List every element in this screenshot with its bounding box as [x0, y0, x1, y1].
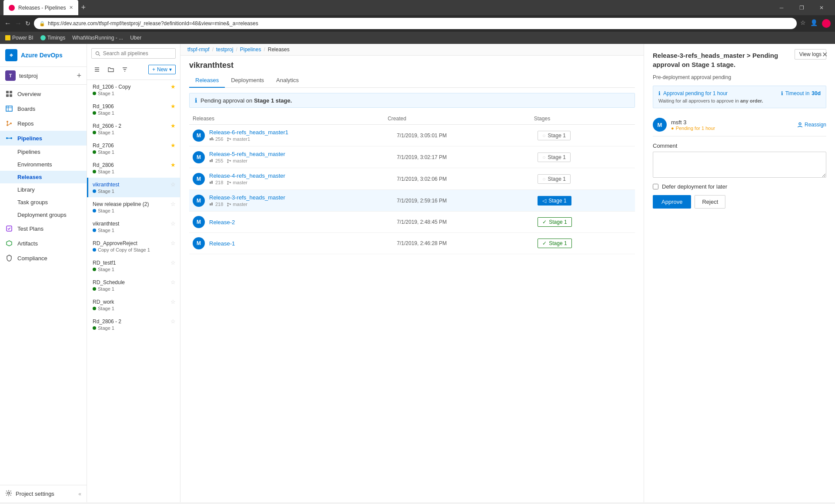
release-name-4[interactable]: Release-2: [209, 219, 397, 225]
nav-back-btn[interactable]: ←: [4, 20, 11, 27]
star-icon-4[interactable]: ★: [170, 162, 176, 168]
star-icon-7[interactable]: ☆: [170, 220, 176, 227]
tab-deployments[interactable]: Deployments: [225, 73, 270, 88]
bookmark-timings[interactable]: Timings: [40, 35, 66, 41]
sidebar-project[interactable]: T testproj +: [0, 67, 87, 85]
browser-tab[interactable]: Releases - Pipelines ✕: [3, 0, 78, 15]
sidebar-item-test-plans[interactable]: Test Plans: [0, 221, 87, 236]
pipeline-item-9[interactable]: RD_testf1 ☆ Stage 1: [87, 256, 180, 275]
sidebar-sub-task-groups[interactable]: Task groups: [0, 196, 87, 209]
pipeline-item-2[interactable]: Rd_2606 - 2 ★ Stage 1: [87, 119, 180, 139]
release-stage-5[interactable]: ✓ Stage 1: [538, 239, 631, 248]
search-box[interactable]: [91, 48, 176, 59]
sidebar-sub-library[interactable]: Library: [0, 183, 87, 196]
approve-btn[interactable]: Approve: [653, 195, 691, 209]
release-name-5[interactable]: Release-1: [209, 240, 397, 247]
pipeline-item-11[interactable]: RD_work ☆ Stage 1: [87, 295, 180, 315]
sidebar-item-pipelines[interactable]: Pipelines: [0, 131, 87, 146]
release-name-1[interactable]: Release-5-refs_heads_master: [209, 151, 397, 157]
new-pipeline-btn[interactable]: + New ▾: [148, 65, 176, 74]
release-stage-1[interactable]: ○ Stage 1: [538, 153, 631, 162]
nav-refresh-btn[interactable]: ↻: [25, 20, 30, 27]
sidebar-sub-deployment-groups[interactable]: Deployment groups: [0, 209, 87, 221]
list-view-btn[interactable]: [91, 64, 103, 75]
tab-analytics[interactable]: Analytics: [270, 73, 305, 88]
pipeline-item-4[interactable]: Rd_2806 ★ Stage 1: [87, 158, 180, 178]
svg-point-29: [227, 140, 229, 141]
defer-checkbox[interactable]: [653, 184, 658, 189]
star-icon-0[interactable]: ★: [170, 83, 176, 90]
star-icon-1[interactable]: ★: [170, 103, 176, 109]
stage-badge-2[interactable]: ○ Stage 1: [538, 174, 571, 184]
star-icon-9[interactable]: ☆: [170, 259, 176, 266]
new-tab-icon[interactable]: +: [81, 3, 86, 12]
add-project-icon[interactable]: +: [77, 72, 81, 80]
star-icon-3[interactable]: ★: [170, 142, 176, 149]
pipeline-item-7[interactable]: vikranthtest ☆ Stage 1: [87, 217, 180, 236]
sidebar-sub-pipelines[interactable]: Pipelines: [0, 146, 87, 158]
bookmark-whatwasrunning[interactable]: WhatWasRunning - ...: [72, 35, 123, 41]
pipeline-item-1[interactable]: Rd_1906 ★ Stage 1: [87, 99, 180, 119]
address-bar[interactable]: 🔒 https://dev.azure.com/tfspf-rmpf/testp…: [34, 18, 797, 29]
filter-btn[interactable]: [119, 64, 130, 75]
release-stage-4[interactable]: ✓ Stage 1: [538, 217, 631, 227]
star-icon-5[interactable]: ☆: [170, 181, 176, 188]
org-name[interactable]: Azure DevOps: [21, 52, 63, 59]
profile-icon[interactable]: [822, 19, 831, 28]
star-icon-2[interactable]: ★: [170, 123, 176, 129]
new-pipeline-chevron: ▾: [169, 66, 172, 73]
win-minimize-btn[interactable]: ─: [772, 0, 792, 15]
star-icon-11[interactable]: ☆: [170, 298, 176, 305]
tab-close-icon[interactable]: ✕: [69, 5, 73, 10]
pipeline-item-0[interactable]: Rd_1206 - Copy ★ Stage 1: [87, 80, 180, 99]
sidebar-item-compliance[interactable]: Compliance: [0, 251, 87, 265]
right-panel-close-btn[interactable]: ✕: [819, 49, 830, 60]
defer-checkbox-label[interactable]: Defer deployment for later: [653, 183, 826, 190]
pipeline-item-12[interactable]: Rd_2806 - 2 ☆ Stage 1: [87, 315, 180, 334]
sidebar-item-boards[interactable]: Boards: [0, 101, 87, 116]
pipeline-item-3[interactable]: Rd_2706 ★ Stage 1: [87, 139, 180, 158]
release-stage-2[interactable]: ○ Stage 1: [538, 174, 631, 184]
star-icon-12[interactable]: ☆: [170, 318, 176, 325]
sidebar-collapse-icon[interactable]: «: [78, 491, 81, 497]
stage-badge-4[interactable]: ✓ Stage 1: [538, 217, 571, 227]
sidebar-sub-environments[interactable]: Environments: [0, 158, 87, 171]
bookmark-powerbi[interactable]: Power BI: [5, 35, 33, 41]
folder-view-btn[interactable]: [105, 64, 117, 75]
stage-badge-5[interactable]: ✓ Stage 1: [538, 239, 571, 248]
pipeline-item-5[interactable]: vikranthtest ☆ Stage 1: [87, 178, 180, 197]
pipeline-item-8[interactable]: RD_ApproveReject ☆ Copy of Copy of Stage…: [87, 236, 180, 256]
release-name-0[interactable]: Release-6-refs_heads_master1: [209, 129, 397, 136]
stage-badge-1[interactable]: ○ Stage 1: [538, 153, 571, 162]
star-page-icon[interactable]: ☆: [800, 19, 806, 28]
project-settings-link[interactable]: Project settings «: [0, 485, 87, 502]
star-icon-10[interactable]: ☆: [170, 279, 176, 285]
reject-btn[interactable]: Reject: [695, 195, 725, 209]
win-restore-btn[interactable]: ❐: [792, 0, 812, 15]
comment-textarea[interactable]: [653, 152, 826, 178]
nav-forward-btn[interactable]: →: [15, 20, 22, 27]
sidebar-item-overview[interactable]: Overview: [0, 86, 87, 101]
reassign-btn[interactable]: Reassign: [797, 122, 826, 128]
release-stage-3[interactable]: ◁ Stage 1: [538, 196, 631, 206]
breadcrumb-pipelines[interactable]: Pipelines: [240, 46, 261, 53]
project-icon: T: [5, 70, 16, 81]
release-name-3[interactable]: Release-3-refs_heads_master: [209, 194, 397, 201]
breadcrumb-project[interactable]: testproj: [216, 46, 233, 53]
release-stage-0[interactable]: ○ Stage 1: [538, 131, 631, 140]
search-input[interactable]: [103, 50, 172, 56]
sidebar-sub-releases[interactable]: Releases: [0, 171, 87, 183]
pipeline-item-6[interactable]: New release pipeline (2) ☆ Stage 1: [87, 197, 180, 217]
sidebar-item-artifacts[interactable]: Artifacts: [0, 236, 87, 251]
bookmark-uber[interactable]: Uber: [130, 35, 141, 41]
star-icon-8[interactable]: ☆: [170, 240, 176, 246]
breadcrumb-org[interactable]: tfspf-rmpf: [187, 46, 210, 53]
sidebar-item-repos[interactable]: Repos: [0, 116, 87, 131]
stage-badge-0[interactable]: ○ Stage 1: [538, 131, 571, 140]
win-close-btn[interactable]: ✕: [812, 0, 832, 15]
tab-releases[interactable]: Releases: [189, 73, 225, 88]
release-name-2[interactable]: Release-4-refs_heads_master: [209, 172, 397, 179]
stage-badge-3[interactable]: ◁ Stage 1: [538, 196, 571, 206]
pipeline-item-10[interactable]: RD_Schedule ☆ Stage 1: [87, 275, 180, 295]
star-icon-6[interactable]: ☆: [170, 201, 176, 207]
